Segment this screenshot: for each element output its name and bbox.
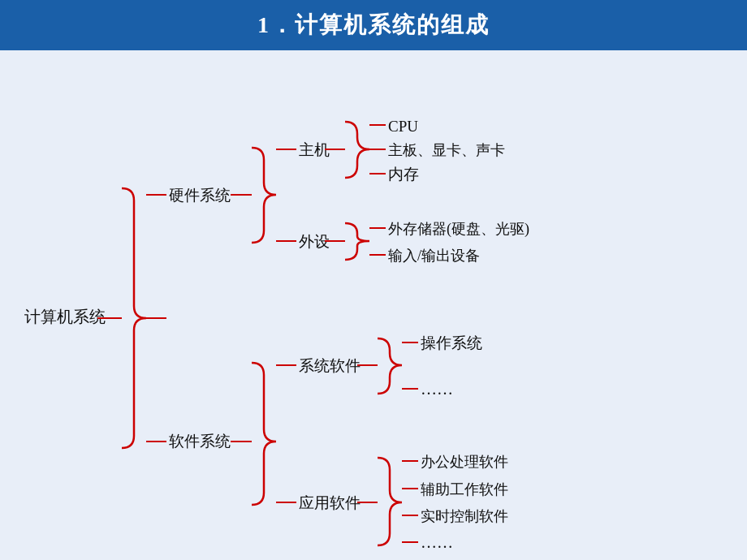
l3-os: 操作系统 (421, 334, 482, 351)
l3-cpu: CPU (388, 118, 418, 135)
l3-app-etc: …… (421, 533, 453, 551)
l2-syssoft: 系统软件 (299, 357, 361, 374)
page: 1．计算机系统的组成 计算机系统 硬件系统 软件系统 (0, 0, 747, 560)
l3-mainboard: 主板、显卡、声卡 (388, 142, 505, 158)
l1-software: 软件系统 (169, 433, 231, 450)
l3-io: 输入/输出设备 (388, 248, 480, 264)
l1-hardware: 硬件系统 (169, 187, 231, 204)
content-area: 计算机系统 硬件系统 软件系统 主机 外设 (0, 50, 747, 560)
l3-aux: 辅助工作软件 (421, 481, 508, 498)
l3-memory: 内存 (388, 166, 419, 183)
title-bar: 1．计算机系统的组成 (0, 0, 747, 50)
l3-sys-etc: …… (421, 380, 453, 398)
tree-diagram: 计算机系统 硬件系统 软件系统 主机 外设 (16, 75, 731, 560)
l3-storage: 外存储器(硬盘、光驱) (388, 221, 529, 238)
page-title: 1．计算机系统的组成 (0, 10, 747, 41)
l3-realtime: 实时控制软件 (421, 508, 508, 524)
l3-office: 办公处理软件 (421, 454, 508, 470)
l2-appsoft: 应用软件 (299, 494, 361, 511)
root-label: 计算机系统 (24, 308, 106, 325)
